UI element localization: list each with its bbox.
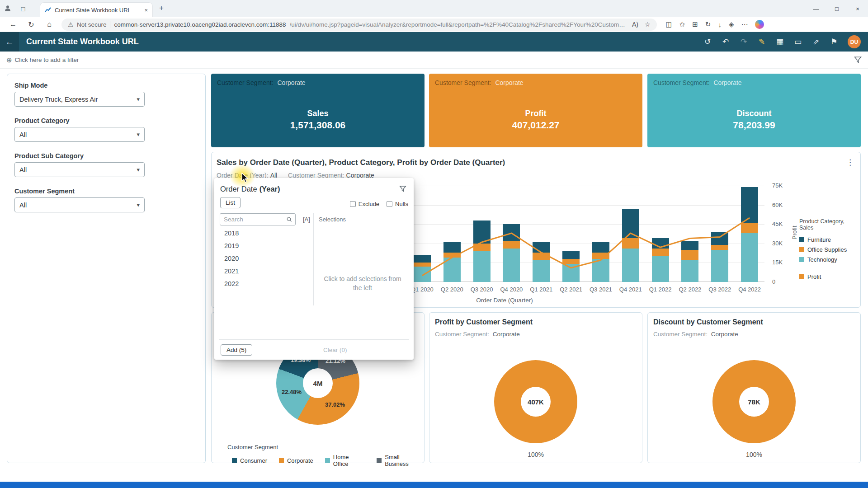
clear-button[interactable]: Clear (0) — [319, 344, 351, 356]
collections-icon[interactable]: ⊞ — [692, 20, 698, 28]
match-case-icon[interactable]: [A] — [303, 216, 310, 223]
x-axis-tick-label: Q4 2022 — [735, 286, 764, 293]
browser-tab-strip: □ Current State Workbook URL × + — □ × — [0, 0, 868, 17]
y-axis-title: Profit — [791, 206, 798, 260]
chart-legend: Product Category, Sales Furniture Office… — [799, 218, 860, 283]
add-button[interactable]: Add (5) — [221, 344, 252, 356]
profit-line[interactable] — [407, 186, 764, 282]
list-item-year[interactable]: 2021 — [220, 265, 308, 277]
comment-icon[interactable]: ▭ — [789, 37, 807, 47]
kpi-metric-label: Sales — [211, 109, 425, 118]
security-label[interactable]: Not secure — [77, 21, 106, 28]
read-aloud-icon[interactable]: A) — [632, 21, 638, 28]
filter-funnel-icon[interactable] — [854, 56, 862, 64]
tab-actions-icon[interactable]: □ — [15, 5, 31, 13]
taskbar-strip[interactable] — [0, 482, 868, 488]
more-menu-icon[interactable]: ⋯ — [741, 20, 748, 28]
app-back-button[interactable]: ← — [0, 32, 19, 52]
circle-plus-icon: ⊕ — [6, 56, 12, 64]
x-axis-tick-label: Q3 2020 — [467, 286, 497, 293]
list-item-year[interactable]: 2019 — [220, 239, 308, 252]
browser-essentials-icon[interactable]: ◈ — [729, 20, 734, 28]
minimize-icon[interactable]: — — [806, 0, 826, 17]
x-axis-tick-label: Q1 2021 — [526, 286, 556, 293]
legend-label: Home Office — [333, 454, 365, 467]
nulls-checkbox[interactable]: Nulls — [387, 201, 408, 207]
chevron-down-icon: ▾ — [137, 202, 140, 208]
legend-item-office-supplies[interactable]: Office Supplies — [799, 246, 860, 253]
ship-mode-dropdown[interactable]: Delivery Truck, Express Air ▾ — [14, 92, 145, 107]
legend-item-profit[interactable]: Profit — [799, 273, 860, 280]
context-label: Customer Segment: — [217, 79, 274, 86]
tab-close-icon[interactable]: × — [144, 7, 148, 14]
customer-segment-dropdown[interactable]: All ▾ — [14, 197, 145, 212]
canvas-icon[interactable]: ▦ — [771, 37, 789, 47]
list-item-year[interactable]: 2022 — [220, 277, 308, 290]
kpi-tile-profit[interactable]: Customer Segment: Corporate Profit 407,0… — [429, 74, 642, 147]
list-mode-button[interactable]: List — [220, 197, 241, 208]
edit-icon[interactable]: ✎ — [753, 37, 771, 47]
redo-icon[interactable]: ↷ — [735, 37, 753, 47]
legend-label: Profit — [807, 273, 821, 280]
product-sub-category-dropdown[interactable]: All ▾ — [14, 162, 145, 177]
legend-item-furniture[interactable]: Furniture — [799, 236, 860, 243]
legend-swatch — [232, 458, 237, 463]
search-input[interactable] — [224, 216, 284, 223]
profile-icon[interactable] — [0, 5, 15, 13]
downloads-icon[interactable]: ↓ — [718, 21, 722, 28]
new-tab-button[interactable]: + — [159, 4, 164, 13]
legend-label: Technology — [807, 256, 837, 263]
home-icon[interactable]: ⌂ — [42, 20, 57, 28]
product-category-dropdown[interactable]: All ▾ — [14, 127, 145, 142]
back-icon[interactable]: ← — [5, 20, 21, 28]
exclude-checkbox[interactable]: Exclude — [350, 201, 379, 207]
maximize-icon[interactable]: □ — [826, 0, 847, 17]
dropdown-value: All — [19, 166, 27, 174]
year-values-list: 2018 2019 2020 2021 2022 — [220, 227, 308, 290]
add-filter-button[interactable]: ⊕ Click here to add a filter — [6, 56, 79, 64]
favorite-star-icon[interactable]: ☆ — [645, 21, 651, 28]
popup-search[interactable] — [220, 213, 296, 225]
order-date-filter-popup: Order Date(Year) List Exclude Nulls [A] … — [214, 178, 414, 360]
address-bar[interactable]: ⚠ Not secure common-server13.private10.o… — [61, 19, 657, 31]
split-screen-icon[interactable]: ◫ — [666, 20, 672, 28]
search-icon — [287, 216, 292, 222]
undo-icon[interactable]: ↶ — [717, 37, 735, 47]
history-icon[interactable]: ↻ — [705, 20, 711, 28]
window-controls: — □ × — [806, 0, 868, 17]
combo-y-labels: 015K30K45K60K75K — [772, 186, 793, 282]
legend-item-small-business[interactable]: Small Business — [377, 454, 424, 467]
checkbox-icon — [350, 201, 356, 207]
app-header-actions: ↺ ↶ ↷ ✎ ▦ ▭ ⇗ ⚑ DU — [698, 35, 868, 48]
legend-item-consumer[interactable]: Consumer — [232, 454, 267, 467]
profit-by-segment-donut[interactable]: 407K — [494, 360, 577, 443]
add-filter-label: Click here to add a filter — [15, 56, 79, 63]
list-item-year[interactable]: 2020 — [220, 252, 308, 265]
screen: □ Current State Workbook URL × + — □ × ←… — [0, 0, 868, 488]
legend-item-technology[interactable]: Technology — [799, 256, 860, 263]
bookmark-icon[interactable]: ⚑ — [825, 37, 843, 47]
copilot-icon[interactable] — [755, 20, 764, 29]
checkbox-icon — [387, 201, 392, 207]
kebab-menu-icon[interactable]: ⋮ — [846, 158, 854, 167]
filter-label: Customer Segment — [14, 188, 198, 195]
refresh-data-icon[interactable]: ↺ — [698, 37, 717, 47]
filter-label: Product Category — [14, 117, 198, 124]
present-icon[interactable]: ⇗ — [807, 37, 825, 47]
favorites-bar-icon[interactable]: ✩ — [679, 20, 685, 28]
popup-funnel-icon[interactable] — [399, 185, 406, 194]
legend-item-home-office[interactable]: Home Office — [325, 454, 365, 467]
filter-label: Product Sub Category — [14, 152, 198, 160]
list-item-year[interactable]: 2018 — [220, 227, 308, 239]
kpi-context: Customer Segment: Corporate — [435, 79, 524, 86]
chevron-down-icon: ▾ — [137, 131, 140, 138]
close-icon[interactable]: × — [847, 0, 868, 17]
kpi-tile-discount[interactable]: Customer Segment: Corporate Discount 78,… — [647, 74, 861, 147]
nulls-label: Nulls — [395, 201, 408, 207]
user-avatar[interactable]: DU — [848, 35, 861, 48]
legend-item-corporate[interactable]: Corporate — [279, 454, 313, 467]
browser-tab[interactable]: Current State Workbook URL × — [40, 2, 153, 17]
kpi-tile-sales[interactable]: Customer Segment: Corporate Sales 1,571,… — [211, 74, 425, 147]
refresh-icon[interactable]: ↻ — [24, 20, 39, 29]
discount-by-segment-donut[interactable]: 78K — [712, 360, 796, 443]
